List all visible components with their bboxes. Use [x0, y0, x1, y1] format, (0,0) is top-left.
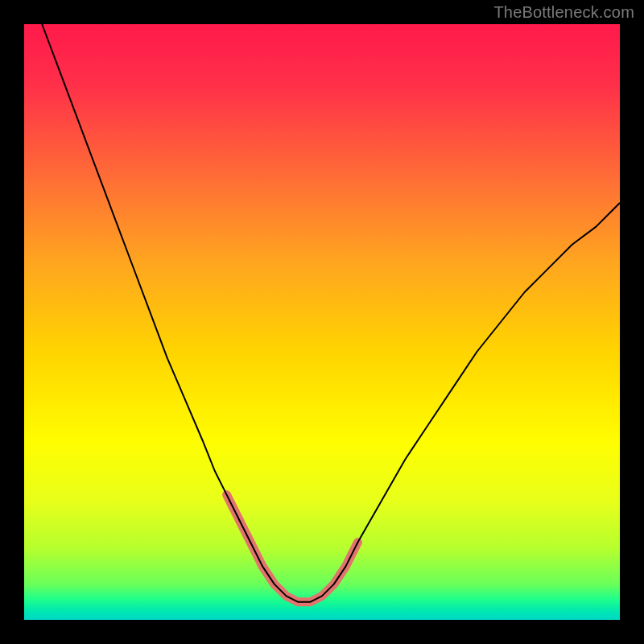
chart-stage: TheBottleneck.com [0, 0, 644, 644]
chart-svg [0, 0, 644, 644]
watermark-text: TheBottleneck.com [493, 3, 634, 22]
gradient-background [24, 24, 620, 620]
